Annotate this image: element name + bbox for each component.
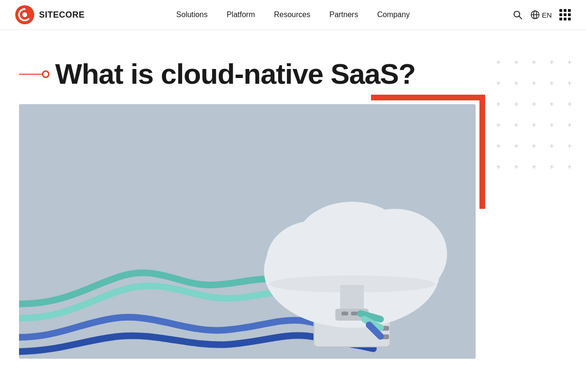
title-section: What is cloud-native SaaS?: [19, 59, 567, 90]
page-title: What is cloud-native SaaS?: [55, 59, 416, 90]
nav-platform[interactable]: Platform: [226, 10, 255, 19]
language-selector[interactable]: EN: [530, 10, 552, 20]
main-nav: SITECORE Solutions Platform Resources Pa…: [0, 0, 586, 30]
svg-rect-20: [351, 312, 358, 315]
hero-image: [19, 104, 476, 359]
nav-partners[interactable]: Partners: [329, 10, 358, 19]
svg-point-15: [295, 202, 409, 287]
svg-line-3: [519, 16, 522, 19]
nav-right-controls: EN: [512, 9, 571, 20]
logo-link[interactable]: SITECORE: [15, 5, 85, 24]
cloud-illustration-svg: [19, 104, 476, 359]
title-decoration: [19, 70, 49, 78]
sitecore-logo-icon: [15, 5, 34, 24]
svg-point-1: [22, 12, 27, 17]
nav-resources[interactable]: Resources: [274, 10, 310, 19]
nav-menu: Solutions Platform Resources Partners Co…: [176, 10, 410, 19]
globe-icon: [530, 10, 540, 20]
lang-label: EN: [542, 11, 552, 19]
search-icon[interactable]: [512, 10, 523, 20]
app-grid-icon[interactable]: [559, 9, 571, 20]
svg-point-2: [514, 11, 520, 17]
title-dot: [42, 70, 49, 78]
logo-text: SITECORE: [39, 10, 85, 20]
nav-solutions[interactable]: Solutions: [176, 10, 208, 19]
hero-image-container: [19, 104, 476, 359]
nav-company[interactable]: Company: [377, 10, 410, 19]
title-line: [19, 74, 43, 75]
svg-rect-19: [342, 312, 348, 315]
main-content: +++++ +++++ +++++ +++++ +++++ +++++ What…: [0, 30, 586, 378]
